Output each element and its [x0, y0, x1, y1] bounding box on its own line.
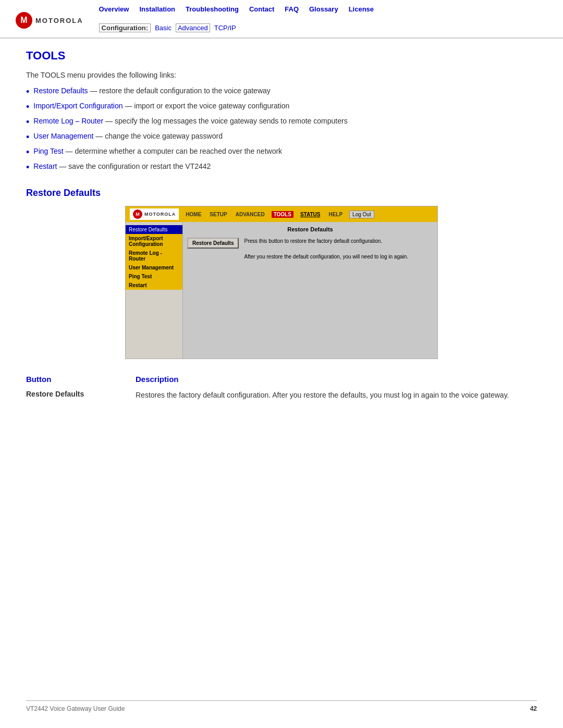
list-item-content: Ping Test — determine whether a computer… [33, 147, 282, 155]
ss-main-content: Restore Defaults Restore Defaults Press … [183, 222, 437, 359]
list-item-desc: — determine whether a computer can be re… [64, 147, 282, 155]
ss-nav-tools[interactable]: TOOLS [272, 211, 293, 218]
ss-logo-text: MOTOROLA [144, 212, 176, 217]
ss-restore-desc-2: After you restore the default configurat… [244, 253, 408, 261]
tools-list: • Restore Defaults — restore the default… [26, 87, 537, 172]
link-remote-log[interactable]: Remote Log – Router [33, 117, 103, 125]
table-header-description: Description [136, 375, 214, 384]
list-item-content: User Management — change the voice gatew… [33, 132, 223, 140]
bullet-icon: • [26, 132, 29, 142]
ss-sidebar-restore[interactable]: Restore Defaults [126, 225, 182, 234]
config-basic[interactable]: Basic [155, 24, 172, 32]
table-header-button: Button [26, 375, 104, 384]
table-cell-description: Restores the factory default configurati… [136, 390, 537, 401]
footer-left: VT2442 Voice Gateway User Guide [26, 705, 125, 712]
ss-content-title: Restore Defaults [187, 226, 433, 232]
config-label: Configuration: [99, 23, 151, 32]
link-restore-defaults[interactable]: Restore Defaults [33, 87, 88, 95]
list-item-content: Remote Log – Router — specify the log me… [33, 117, 347, 125]
list-item: • Restart — save the configuration or re… [26, 162, 537, 172]
config-row: Configuration: Basic Advanced TCP/IP [99, 23, 547, 35]
nav-troubleshooting[interactable]: Troubleshooting [186, 5, 239, 13]
list-item-desc: — import or export the voice gateway con… [123, 102, 290, 110]
motorola-icon: M [16, 12, 32, 29]
bullet-icon: • [26, 117, 29, 127]
motorola-logo: M MOTOROLA [16, 12, 83, 29]
bullet-icon: • [26, 147, 29, 157]
table-header-row: Button Description [26, 375, 537, 386]
list-item-content: Restore Defaults — restore the default c… [33, 87, 271, 95]
config-tcpip[interactable]: TCP/IP [214, 24, 236, 32]
ss-restore-desc-1: Press this button to restore the factory… [244, 238, 408, 245]
list-item-desc: — specify the log messages the voice gat… [103, 117, 347, 125]
list-item-desc: — save the configuration or restart the … [57, 162, 211, 170]
list-item: • Remote Log – Router — specify the log … [26, 117, 537, 127]
bullet-icon: • [26, 87, 29, 96]
ss-logout-button[interactable]: Log Out [349, 211, 374, 218]
ss-sidebar-remote[interactable]: Remote Log - Router [126, 249, 182, 263]
table-row: Restore Defaults Restores the factory de… [26, 390, 537, 401]
ss-sidebar-restart[interactable]: Restart [126, 281, 182, 290]
ss-topbar: M MOTOROLA HOME SETUP ADVANCED TOOLS STA… [126, 206, 437, 222]
ss-restore-button[interactable]: Restore Defaults [187, 238, 239, 249]
ss-restore-description: Press this button to restore the factory… [244, 238, 408, 261]
link-user-management[interactable]: User Management [33, 132, 93, 140]
list-item: • User Management — change the voice gat… [26, 132, 537, 142]
nav-license[interactable]: License [349, 5, 374, 13]
page-header: M MOTOROLA Overview Installation Trouble… [0, 0, 563, 39]
page-footer: VT2442 Voice Gateway User Guide 42 [26, 700, 537, 712]
ss-logo: M MOTOROLA [130, 208, 179, 220]
ss-nav-setup[interactable]: SETUP [208, 211, 228, 218]
page-title: TOOLS [26, 49, 537, 63]
ss-nav-home[interactable]: HOME [184, 211, 203, 218]
config-advanced[interactable]: Advanced [178, 24, 208, 32]
intro-text: The TOOLS menu provides the following li… [26, 71, 537, 79]
nav-installation[interactable]: Installation [139, 5, 175, 13]
list-item: • Ping Test — determine whether a comput… [26, 147, 537, 157]
link-import-export[interactable]: Import/Export Configuration [33, 102, 123, 110]
main-content: TOOLS The TOOLS menu provides the follow… [0, 49, 563, 425]
link-restart[interactable]: Restart [33, 162, 57, 170]
list-item-content: Import/Export Configuration — import or … [33, 102, 289, 110]
ss-logo-icon: M [133, 209, 142, 219]
nav-faq[interactable]: FAQ [285, 5, 299, 13]
nav-row-main: Overview Installation Troubleshooting Co… [99, 5, 547, 13]
link-ping-test[interactable]: Ping Test [33, 147, 63, 155]
section-title-restore: Restore Defaults [26, 188, 537, 199]
footer-page-number: 42 [530, 705, 537, 712]
ss-nav-help[interactable]: HELP [327, 211, 344, 218]
list-item: • Restore Defaults — restore the default… [26, 87, 537, 96]
bullet-icon: • [26, 163, 29, 172]
logo-area: M MOTOROLA [16, 12, 83, 29]
table-section: Button Description Restore Defaults Rest… [26, 375, 537, 401]
list-item: • Import/Export Configuration — import o… [26, 102, 537, 112]
bullet-icon: • [26, 102, 29, 112]
list-item-desc: — restore the default configuration to t… [88, 87, 271, 95]
ss-nav-status[interactable]: STATUS [299, 211, 322, 218]
list-item-content: Restart — save the configuration or rest… [33, 162, 211, 170]
ss-sidebar: Restore Defaults Import/Export Configura… [126, 222, 183, 359]
table-cell-button: Restore Defaults [26, 390, 104, 401]
logo-text: MOTOROLA [35, 17, 83, 24]
list-item-desc: — change the voice gateway password [93, 132, 222, 140]
ss-sidebar-user[interactable]: User Management [126, 263, 182, 272]
ss-sidebar-import[interactable]: Import/Export Configuration [126, 234, 182, 249]
nav-overview[interactable]: Overview [99, 5, 129, 13]
ss-restore-area: Restore Defaults Press this button to re… [187, 238, 433, 261]
ss-sidebar-ping[interactable]: Ping Test [126, 272, 182, 281]
nav-links: Overview Installation Troubleshooting Co… [99, 5, 547, 35]
nav-contact[interactable]: Contact [249, 5, 274, 13]
nav-glossary[interactable]: Glossary [309, 5, 338, 13]
ss-nav-advanced[interactable]: ADVANCED [234, 211, 266, 218]
ss-body: Restore Defaults Import/Export Configura… [126, 222, 437, 359]
screenshot-container: M MOTOROLA HOME SETUP ADVANCED TOOLS STA… [125, 206, 438, 359]
